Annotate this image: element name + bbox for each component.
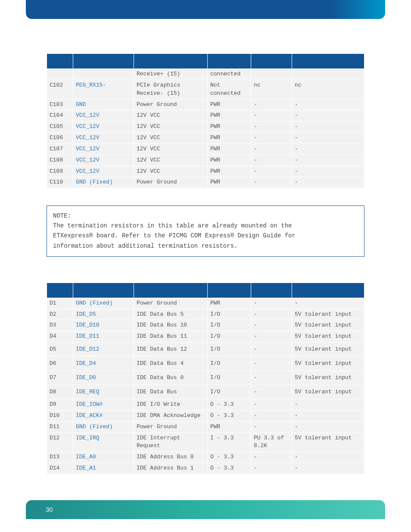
- cell-termination: -: [251, 309, 292, 320]
- cell-comment: 5V tolerant input: [292, 309, 364, 320]
- cell-termination: [251, 69, 292, 80]
- cell-termination: -: [251, 298, 292, 309]
- cell-type: PWR: [208, 143, 251, 155]
- cell-comment: -: [292, 421, 364, 432]
- cell-description: 12V VCC: [134, 133, 208, 144]
- cell-description: 12V VCC: [134, 121, 208, 133]
- cell-comment: -: [292, 155, 364, 166]
- table-row: C109VCC_12V12V VCCPWR--: [47, 166, 364, 177]
- table-header: [134, 54, 208, 69]
- cell-signal: IDE_REQ: [73, 385, 134, 399]
- table-row: C106VCC_12V12V VCCPWR--: [47, 133, 364, 144]
- cell-description: 12V VCC: [134, 166, 208, 177]
- cell-signal: IDE_ACK#: [73, 410, 134, 421]
- cell-comment: [292, 69, 364, 80]
- table-header: [251, 283, 292, 298]
- cell-type: PWR: [208, 133, 251, 144]
- cell-description: Power Ground: [134, 99, 208, 110]
- cell-type: PWR: [208, 99, 251, 110]
- table-row: C104VCC_12V12V VCCPWR--: [47, 110, 364, 121]
- cell-pin: D8: [47, 385, 73, 399]
- table-header: [208, 54, 251, 69]
- pinout-table-c: Receive+ (15)connectedC102PEG_RX15-PCIe …: [47, 53, 364, 188]
- table-row: C110GND (Fixed)Power GroundPWR--: [47, 177, 364, 188]
- cell-termination: -: [251, 99, 292, 110]
- table-row: D2IDE_D5IDE Data Bus 5I/O-5V tolerant in…: [47, 309, 364, 320]
- cell-termination: -: [251, 155, 292, 166]
- page-content: Receive+ (15)connectedC102PEG_RX15-PCIe …: [0, 19, 411, 500]
- cell-type: PWR: [208, 155, 251, 166]
- cell-pin: D13: [47, 452, 73, 463]
- cell-pin: D10: [47, 410, 73, 421]
- table-header: [134, 283, 208, 298]
- cell-termination: -: [251, 342, 292, 357]
- cell-termination: -: [251, 463, 292, 474]
- cell-termination: -: [251, 133, 292, 144]
- cell-termination: -: [251, 331, 292, 342]
- cell-termination: -: [251, 121, 292, 133]
- cell-termination: nc: [251, 80, 292, 99]
- table-row: D12IDE_IRQIDE Interrupt RequestI - 3.3PU…: [47, 432, 364, 452]
- cell-comment: nc: [292, 80, 364, 99]
- cell-pin: [47, 69, 73, 80]
- cell-signal: VCC_12V: [73, 143, 134, 155]
- table-header: [73, 54, 134, 69]
- cell-type: I/O: [208, 320, 251, 331]
- cell-termination: -: [251, 320, 292, 331]
- cell-comment: -: [292, 399, 364, 411]
- cell-type: O - 3.3: [208, 463, 251, 474]
- cell-signal: GND (Fixed): [73, 177, 134, 188]
- cell-signal: VCC_12V: [73, 133, 134, 144]
- cell-pin: C106: [47, 133, 73, 144]
- cell-comment: -: [292, 452, 364, 463]
- cell-signal: IDE_D12: [73, 342, 134, 357]
- cell-pin: D1: [47, 298, 73, 309]
- table-row: D4IDE_D11IDE Data Bus 11I/O-5V tolerant …: [47, 331, 364, 342]
- cell-description: 12V VCC: [134, 143, 208, 155]
- cell-signal: IDE_A0: [73, 452, 134, 463]
- cell-termination: PU 3.3 of 8.2K: [251, 432, 292, 452]
- cell-type: connected: [208, 69, 251, 80]
- table-row: C102PEG_RX15-PCIe Graphics Receive- (15)…: [47, 80, 364, 99]
- cell-signal: IDE_D10: [73, 320, 134, 331]
- cell-pin: D7: [47, 371, 73, 385]
- cell-signal: IDE_IRQ: [73, 432, 134, 452]
- cell-description: IDE Data Bus 10: [134, 320, 208, 331]
- cell-pin: C103: [47, 99, 73, 110]
- table-header: [47, 283, 73, 298]
- cell-comment: 5V tolerant input: [292, 357, 364, 371]
- cell-termination: -: [251, 177, 292, 188]
- cell-signal: IDE_D4: [73, 357, 134, 371]
- cell-pin: C104: [47, 110, 73, 121]
- cell-termination: -: [251, 385, 292, 399]
- cell-comment: -: [292, 99, 364, 110]
- cell-termination: -: [251, 410, 292, 421]
- cell-signal: IDE_D11: [73, 331, 134, 342]
- cell-comment: -: [292, 463, 364, 474]
- cell-termination: -: [251, 143, 292, 155]
- note-label: NOTE:: [53, 211, 76, 221]
- cell-description: IDE Data Bus 0: [134, 371, 208, 385]
- cell-termination: -: [251, 166, 292, 177]
- table-row: Receive+ (15)connected: [47, 69, 364, 80]
- cell-description: IDE Data Bus: [134, 385, 208, 399]
- cell-type: I/O: [208, 357, 251, 371]
- cell-signal: GND (Fixed): [73, 421, 134, 432]
- cell-description: 12V VCC: [134, 110, 208, 121]
- cell-comment: -: [292, 143, 364, 155]
- cell-comment: 5V tolerant input: [292, 432, 364, 452]
- cell-pin: D9: [47, 399, 73, 411]
- table-row: D11GND (Fixed)Power GroundPWR--: [47, 421, 364, 432]
- cell-signal: VCC_12V: [73, 155, 134, 166]
- table-header: [73, 283, 134, 298]
- cell-description: PCIe Graphics Receive- (15): [134, 80, 208, 99]
- cell-pin: C102: [47, 80, 73, 99]
- cell-type: I/O: [208, 371, 251, 385]
- cell-termination: -: [251, 452, 292, 463]
- table-header-row: [47, 283, 364, 298]
- cell-signal: [73, 69, 134, 80]
- table-row: D5IDE_D12IDE Data Bus 12I/O-5V tolerant …: [47, 342, 364, 357]
- cell-description: IDE Data Bus 5: [134, 309, 208, 320]
- cell-type: PWR: [208, 121, 251, 133]
- cell-type: I/O: [208, 309, 251, 320]
